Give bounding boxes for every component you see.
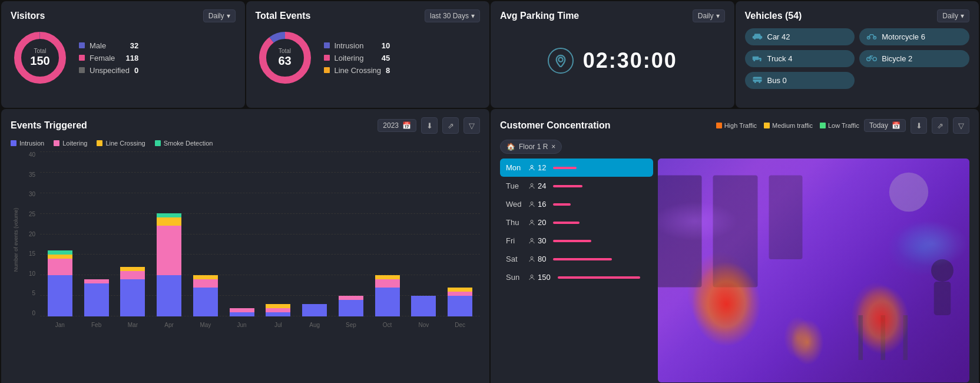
- intrusion-segment: [48, 275, 72, 316]
- svg-point-22: [531, 165, 533, 167]
- bar-group: [79, 151, 114, 316]
- loitering-segment: [120, 271, 145, 279]
- download-button[interactable]: ⬇: [421, 117, 438, 134]
- legend-item-female: Female 118: [79, 54, 138, 62]
- motorcycle-label: Motorcycle 6: [882, 32, 925, 41]
- legend-item-unspecified: Unspecified 0: [79, 66, 138, 75]
- calendar-icon: 📅: [892, 121, 900, 130]
- stacked-bar[interactable]: [411, 296, 436, 316]
- stacked-bar[interactable]: [448, 288, 472, 316]
- svg-point-9: [754, 38, 756, 39]
- stacked-bar[interactable]: [157, 213, 181, 316]
- female-color-dot: [79, 55, 85, 61]
- stacked-bar[interactable]: [266, 304, 290, 316]
- events-title: Total Events: [256, 11, 311, 21]
- svg-point-15: [759, 60, 761, 61]
- events-dropdown[interactable]: last 30 Days ▾: [425, 9, 480, 22]
- bicycle-label: Bicycle 2: [882, 54, 912, 63]
- person-icon: [528, 164, 535, 171]
- day-list-item[interactable]: Thu 20: [500, 213, 653, 232]
- stacked-bar[interactable]: [339, 296, 363, 316]
- chart-legend: Intrusion Loitering Line Crossing Smoke …: [11, 140, 480, 147]
- parking-content: 02:30:00: [500, 28, 725, 93]
- loitering-segment: [48, 259, 72, 275]
- concentration-share-btn[interactable]: ⇗: [932, 117, 948, 134]
- vehicles-dropdown[interactable]: Daily ▾: [937, 9, 969, 22]
- concentration-body: Mon 12 Tue 24 Wed 16 Thu: [500, 159, 969, 382]
- top-row: Visitors Daily ▾: [0, 0, 980, 109]
- day-traffic-bar: [553, 240, 591, 242]
- svg-point-28: [531, 275, 533, 277]
- day-traffic-bar: [553, 222, 580, 224]
- smoke-segment: [48, 250, 72, 255]
- x-label: Oct: [370, 322, 405, 328]
- parking-dropdown[interactable]: Daily ▾: [693, 9, 725, 22]
- chart-controls: 2023 📅 ⬇ ⇗ ▽: [378, 117, 480, 134]
- stacked-bar[interactable]: [375, 275, 400, 316]
- day-count: 16: [528, 200, 546, 209]
- intrusion-segment: [84, 283, 109, 316]
- truck-icon: [752, 54, 763, 64]
- bar-group: [442, 151, 478, 316]
- stacked-bar[interactable]: [84, 279, 109, 316]
- day-list-item[interactable]: Wed 16: [500, 195, 653, 213]
- visitors-dropdown[interactable]: Daily ▾: [203, 9, 236, 22]
- stacked-bar[interactable]: [120, 267, 145, 316]
- loitering-legend-dot: [54, 140, 59, 146]
- bars-container: [40, 151, 480, 316]
- vehicles-header: Vehicles (54) Daily ▾: [745, 9, 970, 22]
- stacked-bar[interactable]: [48, 250, 72, 316]
- car-label: Car 42: [767, 32, 790, 41]
- concentration-download-btn[interactable]: ⬇: [911, 117, 927, 134]
- svg-point-17: [873, 57, 877, 61]
- events-triggered-card: Events Triggered 2023 📅 ⬇ ⇗ ▽ Intrusion: [1, 109, 489, 383]
- visitors-legend: Male 32 Female 118 Unspecified 0: [79, 41, 138, 75]
- heat-layer: [658, 159, 969, 382]
- day-name: Wed: [506, 200, 524, 209]
- filter-button[interactable]: ▽: [463, 117, 480, 134]
- day-list-item[interactable]: Fri 30: [500, 232, 653, 250]
- motorcycle-icon: [866, 32, 877, 42]
- x-labels: JanFebMarAprMayJunJulAugSepOctNovDec: [40, 322, 480, 328]
- day-name: Mon: [506, 163, 524, 172]
- close-icon[interactable]: ×: [551, 143, 555, 151]
- bar-group: [151, 151, 187, 316]
- visitors-total-label: Total 150: [30, 48, 49, 68]
- intrusion-segment: [375, 288, 400, 316]
- stacked-bar[interactable]: [302, 304, 327, 316]
- floor-badge[interactable]: 🏠 Floor 1 R ×: [500, 140, 562, 154]
- x-label: Sep: [333, 322, 369, 328]
- share-button[interactable]: ⇗: [442, 117, 459, 134]
- intrusion-segment: [448, 296, 472, 316]
- day-list-item[interactable]: Sun 150: [500, 268, 653, 286]
- stacked-bar[interactable]: [193, 275, 218, 316]
- day-list-item[interactable]: Sat 80: [500, 250, 653, 268]
- linecrossing-legend-dot: [97, 140, 102, 146]
- loitering-segment: [84, 279, 109, 283]
- intrusion-segment: [266, 312, 290, 316]
- svg-point-20: [759, 81, 760, 83]
- day-list-item[interactable]: Mon 12: [500, 159, 653, 177]
- bar-group: [224, 151, 260, 316]
- intrusion-segment: [157, 275, 181, 316]
- bottom-row: Events Triggered 2023 📅 ⬇ ⇗ ▽ Intrusion: [0, 109, 980, 383]
- floor-label: Floor 1 R: [519, 143, 548, 151]
- concentration-filter-btn[interactable]: ▽: [953, 117, 969, 134]
- day-name: Tue: [506, 181, 524, 190]
- bar-group: [188, 151, 223, 316]
- visitors-header: Visitors Daily ▾: [11, 9, 236, 22]
- concentration-date-selector[interactable]: Today 📅: [864, 119, 906, 132]
- concentration-title: Customer Concentration: [500, 120, 611, 131]
- bus-icon: [752, 75, 763, 85]
- legend-item-male: Male 32: [79, 41, 138, 50]
- bicycle-icon: [866, 54, 877, 64]
- day-list-item[interactable]: Tue 24: [500, 177, 653, 195]
- day-traffic-bar: [553, 167, 577, 169]
- day-count: 24: [528, 181, 546, 190]
- stacked-bar[interactable]: [230, 308, 254, 316]
- male-color-dot: [79, 42, 85, 48]
- bar-group: [115, 151, 151, 316]
- year-selector[interactable]: 2023 📅: [378, 119, 416, 132]
- low-traffic-dot: [820, 123, 826, 128]
- legend-item-linecrossing: Line Crossing 8: [324, 66, 390, 75]
